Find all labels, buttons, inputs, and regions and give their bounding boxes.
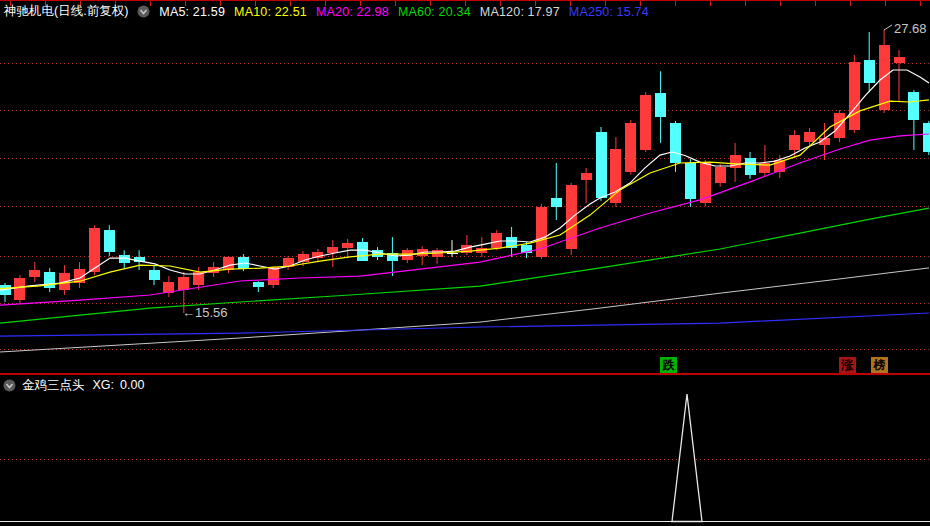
ranking-badge[interactable]: 榜: [871, 357, 888, 373]
indicator-title: 金鸡三点头: [22, 377, 85, 394]
panel-divider: [0, 373, 930, 375]
tdx-chart-window: 神驰机电(日线.前复权) MA5: 21.59 MA10: 22.51 MA20…: [0, 0, 930, 526]
ma20-readout: MA20: 22.98: [316, 5, 389, 19]
ma120-readout: MA120: 17.97: [480, 5, 560, 19]
candlestick-chart[interactable]: [0, 0, 930, 375]
stock-title: 神驰机电(日线.前复权): [4, 3, 128, 20]
indicator-xg-label: XG:: [93, 378, 115, 392]
main-chart-header: 神驰机电(日线.前复权) MA5: 21.59 MA10: 22.51 MA20…: [4, 4, 649, 19]
price-annotation-high: 27.68: [894, 21, 927, 36]
ma250-readout: MA250: 15.74: [569, 5, 649, 19]
decliners-badge[interactable]: 跌: [660, 357, 677, 373]
indicator-chart[interactable]: [0, 375, 930, 526]
chevron-down-icon[interactable]: [137, 5, 150, 18]
indicator-header: 金鸡三点头 XG: 0.00: [3, 378, 144, 392]
chevron-down-icon[interactable]: [3, 379, 16, 392]
price-annotation-low: ←15.56: [182, 305, 228, 320]
indicator-xg-value: 0.00: [120, 378, 144, 392]
ma60-readout: MA60: 20.34: [398, 5, 471, 19]
ma10-readout: MA10: 22.51: [234, 5, 307, 19]
gainers-badge[interactable]: 涨: [839, 357, 856, 373]
ma5-readout: MA5: 21.59: [159, 5, 225, 19]
